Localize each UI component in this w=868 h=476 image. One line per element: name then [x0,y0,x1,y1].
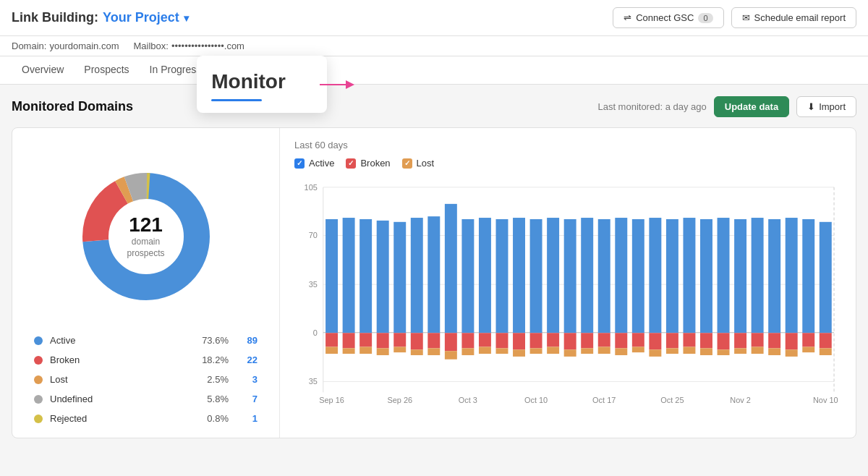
nav-item-prospects[interactable]: Prospects [74,56,139,84]
connect-gsc-button[interactable]: ⇌ Connect GSC 0 [613,7,723,28]
bar-broken-25 [752,333,764,347]
project-name[interactable]: Your Project [103,10,179,25]
header-left: Link Building: Your Project ▾ [12,10,189,25]
x-label-0: Sep 16 [319,396,344,404]
bar-active-16 [598,219,610,333]
x-label-4: Oct 17 [592,396,616,404]
legend-name-lost: Lost [50,374,192,385]
bar-lost-17 [615,348,627,355]
bar-lost-24 [734,348,746,354]
bar-active-20 [666,219,678,333]
nav-item-overview[interactable]: Overview [12,56,74,84]
bars-group [326,204,832,360]
import-icon: ⬇ [807,101,815,112]
bar-broken-14 [564,333,576,349]
email-icon: ✉ [742,12,750,23]
legend-item-active: Active 73.6% 89 [34,331,258,350]
legend-item-lost: Lost 2.5% 3 [34,370,258,389]
header-right: ⇌ Connect GSC 0 ✉ Schedule email report [613,7,856,28]
legend-item-undefined: Undefined 5.8% 7 [34,389,258,409]
bar-broken-28 [802,333,814,347]
bar-lost-23 [718,349,730,355]
update-data-button[interactable]: Update data [714,96,789,117]
y-label-70: 70 [309,231,318,239]
lost-checkbox[interactable]: ✓ [402,158,412,169]
bar-lost-19 [649,349,661,357]
legend-count-undefined: 7 [229,394,258,404]
legend-count-rejected: 1 [229,413,258,424]
legend: Active 73.6% 89 Broken 18.2% 22 Lost 2.5… [27,331,265,428]
chevron-down-icon[interactable]: ▾ [184,12,189,24]
bar-broken-27 [786,333,798,349]
x-label-2: Oct 3 [459,396,477,404]
legend-dot-undefined [34,395,43,404]
left-panel: 121 domain prospects Active 73.6% 89 [12,128,280,438]
bar-broken-26 [768,333,780,348]
bar-active-6 [427,216,440,333]
bar-active-2 [359,219,372,333]
legend-pct-active: 73.6% [192,335,229,346]
bar-lost-12 [530,348,542,354]
bar-broken-3 [377,333,389,348]
bar-broken-13 [547,333,559,347]
bar-broken-29 [820,333,832,348]
bar-broken-15 [581,333,593,348]
bar-broken-11 [513,333,525,349]
active-checkbox[interactable]: ✓ [294,158,305,169]
bar-active-4 [393,222,406,333]
legend-dot-lost [34,375,43,384]
chart-legend: ✓ Active ✓ Broken ✓ Lost [294,158,841,169]
bar-broken-18 [632,333,644,347]
donut-label: domain prospects [127,237,164,259]
bar-lost-13 [547,347,559,354]
x-label-1: Sep 26 [387,396,412,404]
bar-broken-21 [683,333,695,347]
mailbox-info: Mailbox: ••••••••••••••••.com [134,41,244,51]
y-label-105: 105 [305,183,318,192]
monitor-popup: Monitor [197,56,327,113]
x-label-3: Oct 10 [524,396,548,404]
bar-broken-12 [530,333,542,348]
bar-chart-svg: 105 70 35 0 35 [294,179,841,426]
legend-pct-undefined: 5.8% [192,394,229,404]
bar-lost-21 [683,347,695,354]
import-button[interactable]: ⬇ Import [796,96,856,117]
bar-chart-wrapper: 105 70 35 0 35 [294,179,841,426]
x-labels-group: Sep 16Sep 26Oct 3Oct 10Oct 17Oct 25Nov 2… [319,396,838,404]
bar-broken-20 [666,333,678,348]
bar-broken-4 [393,333,406,347]
legend-dot-broken [34,356,43,365]
bar-active-18 [632,219,644,333]
bar-active-23 [718,218,730,333]
bar-broken-0 [326,333,338,347]
bar-active-9 [479,218,491,333]
bar-active-5 [411,218,423,333]
chart-legend-broken: ✓ Broken [346,158,390,169]
main-content: Monitored Domains Last monitored: a day … [0,85,868,450]
bar-broken-1 [343,333,355,348]
legend-count-active: 89 [229,335,258,346]
bar-active-1 [343,218,355,333]
legend-item-rejected: Rejected 0.8% 1 [34,409,258,428]
bar-lost-2 [359,347,372,354]
legend-pct-rejected: 0.8% [192,413,229,424]
right-panel: Last 60 days ✓ Active ✓ Broken ✓ [280,128,856,438]
broken-checkbox[interactable]: ✓ [346,158,356,169]
bar-lost-6 [427,348,440,355]
connect-gsc-badge: 0 [698,13,712,23]
mailbox-label: Mailbox: [134,41,169,51]
bar-active-19 [649,218,661,333]
bar-lost-26 [768,348,780,355]
legend-name-active: Active [50,335,192,346]
mailbox-value: ••••••••••••••••.com [171,41,244,51]
legend-name-rejected: Rejected [50,413,192,424]
schedule-email-button[interactable]: ✉ Schedule email report [731,7,856,28]
y-label-0: 0 [313,328,318,337]
subheader: Domain: yourdomain.com Mailbox: ••••••••… [0,36,868,56]
domain-info: Domain: yourdomain.com [12,41,119,51]
bar-broken-9 [479,333,491,347]
bar-active-25 [752,218,764,333]
bar-active-13 [547,218,559,333]
bar-active-28 [802,219,814,333]
chart-legend-broken-label: Broken [360,158,390,169]
